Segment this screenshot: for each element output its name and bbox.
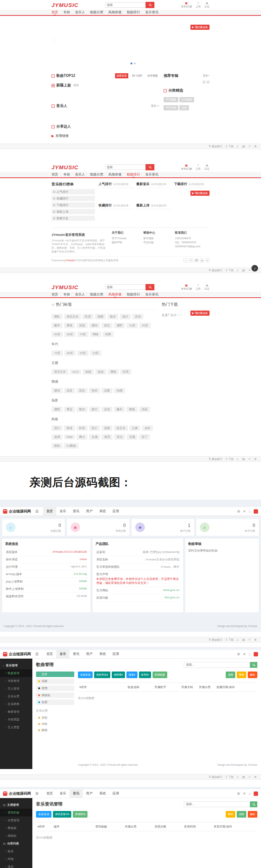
tag[interactable]: 民谣 [76,425,87,431]
tag[interactable]: 乡村 [142,425,153,431]
tag[interactable]: 酒吧 [114,323,125,328]
player-control[interactable]: ♫ [236,269,239,272]
rank-panel-title[interactable]: 收藏排行 [99,203,112,208]
tag[interactable]: DJ舞曲 [64,443,79,449]
category-tag[interactable]: 中文舞曲 [164,97,178,102]
tag[interactable]: 旅行 [120,314,131,319]
tag[interactable]: 网络 [108,369,119,375]
tag[interactable]: 70后 [51,350,63,356]
player-control[interactable]: ♫ [236,775,239,779]
search-input[interactable] [105,2,146,8]
toolbar-button[interactable]: 批量▾ [126,672,137,678]
footer-link[interactable]: 新手指南 [143,236,170,240]
player-control[interactable]: ⇩下载 [225,775,233,779]
player-control[interactable]: ▤ [242,638,246,641]
tag[interactable]: 爵士 [76,434,87,440]
search-input[interactable] [105,284,146,290]
footer-link[interactable]: 关于JYmusic [112,236,138,240]
tag[interactable]: 原生音乐 [51,369,68,375]
status-filter[interactable]: 全部 [36,699,74,705]
column-header[interactable]: 所属歌手 [154,685,181,689]
header-tool-icon[interactable]: ⚙ [237,652,240,656]
toolbar-button[interactable]: 全选/反选 [36,811,51,818]
category-tag[interactable]: 中文串烧 [164,105,178,110]
account-link[interactable]: ⇧上传 [196,1,201,8]
sidebar-item[interactable]: 草稿箱 [0,824,32,832]
more-link[interactable]: 更多+ [203,74,210,78]
play-mode-control[interactable]: ↻播放模式 [209,775,222,779]
sidebar-item[interactable]: 分类管理 [0,816,32,824]
toolbar-button[interactable]: 按推荐位▾ [94,672,110,678]
player-control[interactable]: ⇩下载 [225,457,233,461]
social-icon[interactable]: ◉ [200,258,204,262]
status-filter[interactable]: 回收站 [36,692,74,698]
admin-nav-item[interactable]: 系统 [96,507,109,516]
tag[interactable]: 民谣 [82,314,93,319]
admin-nav-item[interactable]: 首页 [43,507,56,516]
tag[interactable]: 旅行 [89,407,100,412]
tag[interactable]: 感动 [89,323,100,328]
player-control[interactable]: ♫ [236,457,239,461]
account-link[interactable]: ⇧上传 [196,164,201,171]
admin-brand[interactable]: 企业猫源码网 [3,791,31,796]
sidebar-item[interactable]: 艺人类型 [0,723,32,731]
sidebar-item[interactable]: 标签管理 [0,708,32,716]
nav-item[interactable]: 歌曲排行 [127,172,140,177]
sidebar-item[interactable]: 专辑管理 [0,677,32,685]
sidebar-item[interactable]: 港台 [0,863,32,868]
category-filter[interactable]: 翻唱 [36,727,74,733]
nav-item[interactable]: 首页 [51,10,58,15]
tag[interactable]: 励志 [95,369,106,375]
site-logo[interactable]: JYMUSIC [51,2,79,8]
tag[interactable]: 80后 [64,350,76,356]
nav-item[interactable]: 风格标签 [108,172,122,177]
tag[interactable]: 思念 [101,323,112,328]
header-tool-icon[interactable]: ⚙ [237,510,240,513]
social-icon[interactable]: ✉ [189,258,193,262]
nav-item[interactable]: 歌曲分类 [90,172,103,177]
tag[interactable]: 情歌 [51,314,62,319]
account-link[interactable]: ◉认证 [204,1,210,8]
tag[interactable]: R&B [64,435,75,439]
category-filter[interactable]: 原创 [36,715,74,721]
site-logo[interactable]: JYMUSIC [51,284,79,290]
account-link[interactable]: ▣登录|注册 [181,284,192,291]
nav-item[interactable]: 风格标签 [108,10,122,15]
admin-nav-item[interactable]: 首页 [43,789,56,798]
toolbar-button[interactable]: 删除 [248,672,257,678]
column-header[interactable]: 所属分类 [199,685,217,689]
tag[interactable]: 朋克 [101,434,112,440]
admin-nav-item[interactable]: 系统 [96,789,109,798]
tag[interactable]: 清晨 [139,407,150,412]
search-button[interactable] [146,2,154,8]
nav-item[interactable]: 音乐人 [75,10,85,15]
account-link[interactable]: ▣登录|注册 [181,1,192,8]
admin-nav-item[interactable]: 音乐 [56,789,69,798]
tag[interactable]: 散步 [107,314,118,319]
status-filter[interactable]: 正常 [36,672,74,677]
toolbar-button[interactable]: 禁用 [237,672,246,678]
footer-link[interactable]: 常见问题 [143,240,170,244]
category-tag[interactable]: 原创 [179,105,189,110]
nav-item[interactable]: 专辑 [63,172,70,177]
header-tool-icon[interactable]: ⌂ [249,652,251,656]
tag[interactable]: 恋爱 [101,388,112,393]
admin-nav-item[interactable]: 系统 [96,650,109,658]
status-filter[interactable]: 禁用 [36,685,74,691]
column-header[interactable]: 操作 [226,825,256,829]
my-player-badge[interactable]: ▶我的播放器 [190,311,210,316]
footer-link[interactable]: 版权声明 [112,240,138,244]
nav-item[interactable]: 音乐人 [75,292,85,297]
column-header[interactable]: ▾排序 [79,685,128,689]
player-control[interactable]: ⊕ [254,775,257,779]
header-tool-icon[interactable]: ⚙ [237,792,240,796]
account-link[interactable]: ◉认证 [204,284,210,291]
player-control[interactable]: ▤ [242,775,246,779]
rank-panel-title[interactable]: 最新上传 [136,203,150,208]
tag[interactable]: 古典 [129,425,140,431]
rank-panel-title[interactable]: 下载排行 [174,182,187,187]
sidebar-item[interactable]: 歌曲管理 [0,669,32,677]
banner-carousel[interactable]: ‹ [51,16,210,67]
admin-nav-item[interactable]: 用户 [83,507,96,516]
mini-player-button[interactable]: ♪ [251,265,258,272]
